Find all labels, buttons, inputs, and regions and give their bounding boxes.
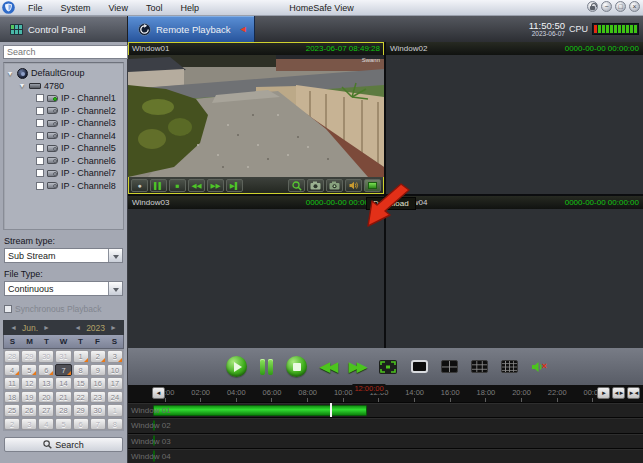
video-window-4[interactable]: Window04 0000-00-00 00:00:00 — [386, 196, 643, 348]
calendar-day[interactable]: 18 — [4, 391, 20, 404]
timeline-scroll-left-button[interactable]: ◄ — [152, 387, 165, 399]
calendar-day[interactable]: 4 — [4, 364, 20, 377]
tree-channel[interactable]: IP - Channel4 — [6, 130, 123, 143]
snapshot-button[interactable] — [307, 179, 324, 192]
calendar-day[interactable]: 11 — [4, 377, 20, 390]
timeline-zoom-in-button[interactable]: ►◄ — [627, 387, 640, 399]
calendar-day[interactable]: 1 — [73, 350, 89, 363]
tree-channel[interactable]: IP - Channel3 — [6, 117, 123, 130]
calendar-day[interactable]: 8 — [73, 364, 89, 377]
mute-button[interactable]: × — [531, 361, 545, 373]
video-window-2[interactable]: Window02 0000-00-00 00:00:00 — [386, 42, 643, 194]
file-type-select[interactable]: Continuous — [4, 281, 123, 296]
calendar-day[interactable]: 28 — [55, 404, 71, 417]
calendar-day[interactable]: 2 — [90, 350, 106, 363]
prev-year-icon[interactable]: ◄ — [71, 324, 84, 331]
record-button[interactable]: ● — [131, 179, 148, 192]
multi-snapshot-button[interactable] — [326, 179, 343, 192]
recording-bar[interactable] — [153, 405, 367, 416]
fast-forward-button[interactable]: ▶▶ — [349, 359, 365, 374]
video-frame[interactable] — [386, 55, 643, 194]
calendar-day[interactable]: 17 — [107, 377, 123, 390]
stream-type-select[interactable]: Sub Stream — [4, 248, 123, 263]
close-button[interactable]: × — [629, 1, 640, 12]
video-frame[interactable] — [386, 209, 643, 348]
fullscreen-button[interactable] — [378, 359, 398, 375]
timeline-scroll-right-button[interactable]: ► — [597, 387, 610, 399]
timeline-row-track[interactable] — [165, 435, 593, 447]
calendar-day[interactable]: 31 — [55, 350, 71, 363]
prev-month-icon[interactable]: ◄ — [7, 324, 20, 331]
menu-item[interactable]: Help — [171, 3, 208, 13]
download-button[interactable] — [364, 179, 381, 192]
calendar-day[interactable]: 15 — [73, 377, 89, 390]
next-year-icon[interactable]: ► — [107, 324, 120, 331]
tree-device[interactable]: ▾ 4780 — [6, 80, 123, 93]
chevron-down-icon[interactable]: ▾ — [8, 69, 17, 78]
channel-checkbox[interactable] — [36, 132, 44, 140]
calendar-day[interactable]: 7 — [90, 418, 106, 431]
menu-item[interactable]: System — [52, 3, 100, 13]
tree-channel[interactable]: IP - Channel7 — [6, 167, 123, 180]
channel-checkbox[interactable] — [36, 169, 44, 177]
channel-checkbox[interactable] — [36, 119, 44, 127]
timeline-row-track[interactable] — [165, 450, 593, 462]
calendar-day[interactable]: 6 — [38, 364, 54, 377]
channel-checkbox[interactable] — [36, 107, 44, 115]
video-frame[interactable]: Swann — [128, 55, 384, 177]
sync-playback-checkbox[interactable] — [4, 305, 12, 313]
tree-channel[interactable]: IP - Channel6 — [6, 155, 123, 168]
calendar-day[interactable]: 30 — [90, 404, 106, 417]
calendar-day[interactable]: 22 — [73, 391, 89, 404]
calendar-day[interactable]: 25 — [4, 404, 20, 417]
menu-item[interactable]: View — [100, 3, 137, 13]
tab-remote-playback[interactable]: Remote Playback ◄ — [128, 16, 255, 42]
pause-button[interactable] — [260, 359, 273, 375]
timeline-row[interactable]: Window 04 — [128, 448, 643, 463]
tab-close-icon[interactable]: ◄ — [238, 24, 247, 34]
calendar-day[interactable]: 24 — [107, 391, 123, 404]
menu-item[interactable]: File — [19, 3, 52, 13]
calendar-day[interactable]: 5 — [21, 364, 37, 377]
rewind-button[interactable]: ◀◀ — [320, 359, 336, 374]
calendar-day[interactable]: 3 — [107, 350, 123, 363]
minimize-button[interactable]: − — [601, 1, 612, 12]
chevron-down-icon[interactable] — [108, 282, 122, 295]
audio-button[interactable] — [345, 179, 362, 192]
calendar-day[interactable]: 21 — [55, 391, 71, 404]
timeline-row[interactable]: Window 03 — [128, 433, 643, 448]
tree-group[interactable]: ▾ DefaultGroup — [6, 67, 123, 80]
tree-channel[interactable]: IP - Channel5 — [6, 142, 123, 155]
calendar-day[interactable]: 20 — [38, 391, 54, 404]
calendar-day[interactable]: 8 — [107, 418, 123, 431]
calendar-day[interactable]: 14 — [55, 377, 71, 390]
video-window-1[interactable]: Window01 2023-06-07 08:49:28 — [128, 42, 384, 194]
channel-checkbox[interactable] — [36, 182, 44, 190]
chevron-down-icon[interactable]: ▾ — [20, 81, 29, 90]
calendar-day[interactable]: 10 — [107, 364, 123, 377]
calendar-day[interactable]: 1 — [107, 404, 123, 417]
tree-channel[interactable]: IP - Channel8 — [6, 180, 123, 193]
calendar-day[interactable]: 29 — [73, 404, 89, 417]
calendar-day[interactable]: 27 — [38, 404, 54, 417]
channel-checkbox[interactable] — [36, 94, 44, 102]
four-screen-button[interactable] — [441, 360, 458, 373]
pause-button[interactable]: ▌▌ — [150, 179, 167, 192]
sixteen-screen-button[interactable] — [501, 360, 518, 373]
chevron-down-icon[interactable] — [108, 249, 122, 262]
tab-control-panel[interactable]: Control Panel — [0, 16, 128, 42]
menu-item[interactable]: Tool — [137, 3, 172, 13]
nine-screen-button[interactable] — [471, 360, 488, 373]
calendar-day[interactable]: 28 — [4, 350, 20, 363]
calendar-day[interactable]: 5 — [55, 418, 71, 431]
maximize-button[interactable]: □ — [615, 1, 626, 12]
next-month-icon[interactable]: ► — [40, 324, 53, 331]
calendar-day[interactable]: 29 — [21, 350, 37, 363]
stop-button[interactable] — [286, 356, 307, 377]
single-screen-button[interactable] — [411, 360, 428, 373]
calendar-day[interactable]: 12 — [21, 377, 37, 390]
fast-forward-button[interactable]: ▶▶ — [207, 179, 224, 192]
timeline-row-track[interactable] — [165, 404, 593, 416]
play-button[interactable] — [226, 356, 247, 377]
calendar-day[interactable]: 26 — [21, 404, 37, 417]
